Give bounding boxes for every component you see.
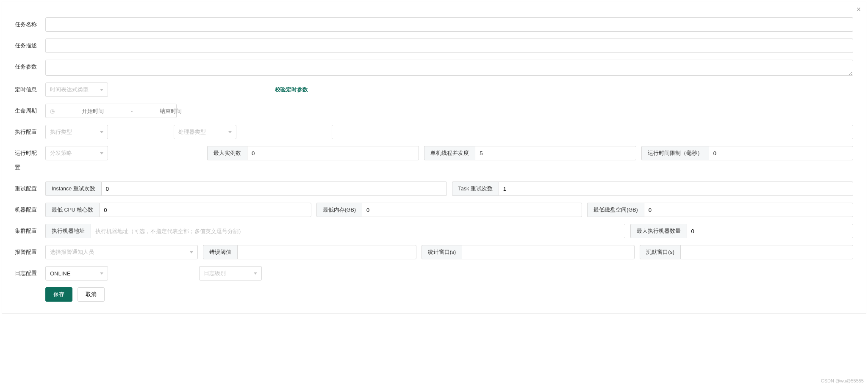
chevron-down-icon — [100, 131, 103, 133]
min-disk-addon: 最低磁盘空间(GB) — [587, 203, 643, 217]
row-task-name: 任务名称 — [15, 17, 853, 32]
max-instance-input[interactable] — [247, 146, 419, 160]
row-lifecycle: 生命周期 ◷ - — [15, 104, 853, 118]
label-alarm: 报警配置 — [15, 245, 41, 259]
exec-address-addon: 执行机器地址 — [45, 224, 91, 238]
row-task-desc: 任务描述 — [15, 38, 853, 53]
run-limit-group: 运行时间限制（毫秒） — [641, 146, 853, 160]
log-level-select[interactable]: 日志级别 — [199, 266, 262, 280]
error-threshold-group: 错误阈值 — [203, 245, 416, 259]
task-name-input[interactable] — [45, 17, 853, 32]
log-online-select[interactable]: ONLINE — [45, 266, 108, 280]
label-schedule: 定时信息 — [15, 82, 41, 97]
label-retry: 重试配置 — [15, 182, 41, 196]
log-level-text: 日志级别 — [204, 270, 226, 277]
row-schedule: 定时信息 时间表达式类型 校验定时参数 — [15, 82, 853, 97]
stat-window-input[interactable] — [462, 245, 635, 259]
label-cluster: 集群配置 — [15, 224, 41, 238]
label-lifecycle: 生命周期 — [15, 104, 41, 118]
thread-parallel-input[interactable] — [475, 146, 636, 160]
min-disk-input[interactable] — [644, 203, 853, 217]
error-threshold-input[interactable] — [237, 245, 416, 259]
thread-parallel-addon: 单机线程并发度 — [424, 146, 475, 160]
max-exec-addon: 最大执行机器数量 — [630, 224, 687, 238]
dispatch-strategy-text: 分发策略 — [50, 149, 72, 157]
row-exec: 执行配置 执行类型 处理器类型 — [15, 125, 853, 139]
alarm-people-text: 选择报警通知人员 — [50, 248, 94, 256]
task-form-modal: × 任务名称 任务描述 任务参数 定时信息 时间表达式类型 — [2, 2, 866, 314]
task-retry-group: Task 重试次数 — [452, 182, 854, 196]
alarm-people-select[interactable]: 选择报警通知人员 — [45, 245, 198, 259]
chevron-down-icon — [100, 152, 103, 154]
lifecycle-range-picker[interactable]: ◷ - — [45, 104, 177, 118]
error-threshold-addon: 错误阈值 — [203, 245, 237, 259]
row-task-params: 任务参数 — [15, 60, 853, 76]
exec-address-input[interactable] — [91, 224, 625, 238]
log-online-text: ONLINE — [50, 270, 70, 277]
exec-type-text: 执行类型 — [50, 128, 72, 136]
row-log: 日志配置 ONLINE 日志级别 — [15, 266, 853, 280]
thread-parallel-group: 单机线程并发度 — [424, 146, 636, 160]
form-footer: 保存 取消 — [45, 287, 853, 302]
min-cpu-input[interactable] — [99, 203, 311, 217]
silence-window-input[interactable] — [680, 245, 853, 259]
row-retry: 重试配置 Instance 重试次数 Task 重试次数 — [15, 182, 853, 196]
stat-window-addon: 统计窗口(s) — [422, 245, 462, 259]
clock-icon: ◷ — [50, 108, 55, 114]
dispatch-strategy-select[interactable]: 分发策略 — [45, 146, 108, 160]
task-retry-addon: Task 重试次数 — [452, 182, 499, 196]
chevron-down-icon — [190, 251, 193, 253]
min-cpu-group: 最低 CPU 核心数 — [45, 203, 311, 217]
silence-window-addon: 沉默窗口(s) — [640, 245, 680, 259]
row-runtime: 运行时配置 分发策略 最大实例数 单机线程并发度 运行时间限制（毫秒） — [15, 146, 853, 175]
schedule-expr-type-text: 时间表达式类型 — [50, 86, 89, 94]
validate-schedule-link[interactable]: 校验定时参数 — [275, 82, 308, 97]
task-params-textarea[interactable] — [45, 60, 853, 76]
max-exec-group: 最大执行机器数量 — [630, 224, 853, 238]
task-form: 任务名称 任务描述 任务参数 定时信息 时间表达式类型 — [2, 2, 866, 314]
silence-window-group: 沉默窗口(s) — [640, 245, 853, 259]
min-disk-group: 最低磁盘空间(GB) — [587, 203, 853, 217]
save-button[interactable]: 保存 — [45, 287, 72, 302]
max-instance-group: 最大实例数 — [207, 146, 419, 160]
row-alarm: 报警配置 选择报警通知人员 错误阈值 统计窗口(s) 沉默窗口(s) — [15, 245, 853, 259]
task-retry-input[interactable] — [499, 182, 853, 196]
instance-retry-input[interactable] — [101, 182, 447, 196]
label-task-params: 任务参数 — [15, 60, 41, 74]
label-runtime: 运行时配置 — [15, 146, 41, 175]
range-separator: - — [128, 108, 135, 114]
chevron-down-icon — [228, 131, 232, 133]
instance-retry-group: Instance 重试次数 — [45, 182, 447, 196]
run-limit-input[interactable] — [709, 146, 853, 160]
cancel-button[interactable]: 取消 — [78, 287, 105, 302]
processor-type-text: 处理器类型 — [178, 128, 206, 136]
row-machine: 机器配置 最低 CPU 核心数 最低内存(GB) 最低磁盘空间(GB) — [15, 203, 853, 217]
label-task-desc: 任务描述 — [15, 38, 41, 53]
chevron-down-icon — [100, 272, 103, 275]
lifecycle-start-input[interactable] — [57, 108, 128, 114]
instance-retry-addon: Instance 重试次数 — [45, 182, 101, 196]
label-task-name: 任务名称 — [15, 17, 41, 32]
min-mem-input[interactable] — [362, 203, 582, 217]
task-desc-input[interactable] — [45, 38, 853, 53]
processor-type-select[interactable]: 处理器类型 — [174, 125, 236, 139]
min-cpu-addon: 最低 CPU 核心数 — [45, 203, 99, 217]
close-icon[interactable]: × — [856, 6, 861, 13]
min-mem-addon: 最低内存(GB) — [316, 203, 362, 217]
lifecycle-end-input[interactable] — [135, 108, 206, 114]
min-mem-group: 最低内存(GB) — [316, 203, 582, 217]
label-log: 日志配置 — [15, 266, 41, 280]
row-cluster: 集群配置 执行机器地址 最大执行机器数量 — [15, 224, 853, 238]
max-instance-addon: 最大实例数 — [207, 146, 247, 160]
schedule-expr-type-select[interactable]: 时间表达式类型 — [45, 82, 108, 97]
run-limit-addon: 运行时间限制（毫秒） — [641, 146, 709, 160]
label-exec: 执行配置 — [15, 125, 41, 139]
exec-address-group: 执行机器地址 — [45, 224, 625, 238]
label-machine: 机器配置 — [15, 203, 41, 217]
chevron-down-icon — [254, 272, 257, 275]
exec-extra-input[interactable] — [332, 125, 853, 139]
stat-window-group: 统计窗口(s) — [422, 245, 635, 259]
max-exec-input[interactable] — [687, 224, 853, 238]
chevron-down-icon — [100, 89, 103, 91]
exec-type-select[interactable]: 执行类型 — [45, 125, 108, 139]
